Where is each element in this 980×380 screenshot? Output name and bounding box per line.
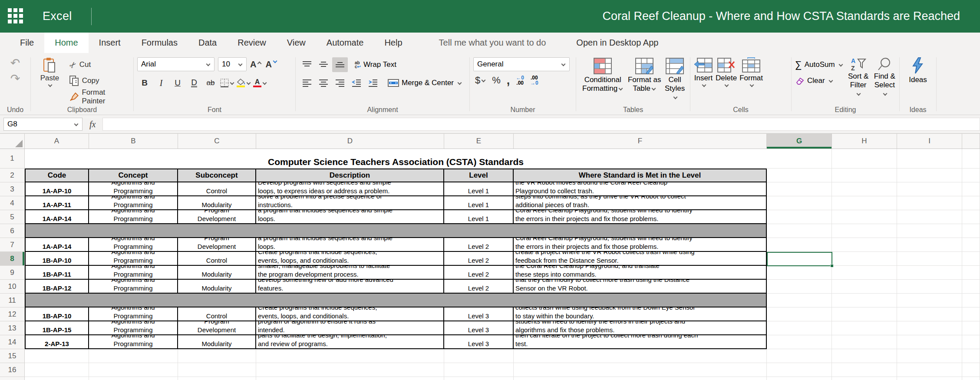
column-header-I[interactable]: I <box>897 134 962 149</box>
cell-E10[interactable]: Level 2 <box>444 280 514 294</box>
cell-J11[interactable] <box>962 294 980 307</box>
cell-B8[interactable]: Algorithms andProgramming <box>89 252 178 266</box>
tab-file[interactable]: File <box>10 33 44 53</box>
open-in-desktop-button[interactable]: Open in Desktop App <box>576 33 658 53</box>
row-header-11[interactable]: 11 <box>0 294 25 307</box>
cell-F3[interactable]: the VR Robot moves around the Coral Reef… <box>514 182 767 196</box>
align-top-button[interactable] <box>299 57 315 72</box>
row-header-9[interactable]: 9 <box>0 266 25 280</box>
separator-row-11[interactable] <box>25 294 767 307</box>
cell-J8[interactable] <box>962 252 980 266</box>
tab-view[interactable]: View <box>277 33 316 53</box>
cell-B17[interactable] <box>89 377 178 380</box>
cell-H15[interactable] <box>832 349 897 363</box>
cell-H1[interactable] <box>832 149 897 169</box>
table-header-B2[interactable]: Concept <box>89 169 178 182</box>
tab-automate[interactable]: Automate <box>316 33 374 53</box>
cell-J5[interactable] <box>962 210 980 224</box>
cell-B13[interactable]: Algorithms andProgramming <box>89 321 178 335</box>
bold-button[interactable]: B <box>137 76 152 90</box>
cell-F17[interactable] <box>514 377 767 380</box>
cell-B9[interactable]: Algorithms andProgramming <box>89 266 178 280</box>
tab-formulas[interactable]: Formulas <box>131 33 188 53</box>
cell-J7[interactable] <box>962 238 980 252</box>
cell-H11[interactable] <box>832 294 897 307</box>
row-header-8[interactable]: 8 <box>0 252 25 266</box>
column-header-H[interactable]: H <box>832 134 897 149</box>
cell-C5[interactable]: ProgramDevelopment <box>178 210 256 224</box>
cell-B15[interactable] <box>89 349 178 363</box>
cell-I6[interactable] <box>897 224 962 238</box>
cell-B5[interactable]: Algorithms andProgramming <box>89 210 178 224</box>
cell-A10[interactable]: 1B-AP-12 <box>25 280 89 294</box>
cell-G17[interactable] <box>767 377 832 380</box>
cell-E17[interactable] <box>444 377 514 380</box>
cell-styles-button[interactable]: Cell Styles <box>663 57 686 106</box>
cell-F13[interactable]: students will need to identify the error… <box>514 321 767 335</box>
cell-G6[interactable] <box>767 224 832 238</box>
borders-button[interactable] <box>220 76 234 90</box>
cell-I15[interactable] <box>897 349 962 363</box>
select-all-corner[interactable] <box>0 134 25 149</box>
cell-I12[interactable] <box>897 307 962 321</box>
decrease-decimal-button[interactable]: .00 →0 <box>530 75 538 86</box>
align-right-button[interactable] <box>332 76 348 90</box>
paste-button[interactable]: Paste <box>34 57 65 106</box>
name-box[interactable]: G8 <box>3 118 82 131</box>
merge-center-button[interactable]: Merge & Center <box>388 79 462 87</box>
cell-D14[interactable]: parts to facilitate the design, implemen… <box>256 335 444 349</box>
cell-G3[interactable] <box>767 182 832 196</box>
cell-J13[interactable] <box>962 321 980 335</box>
row-header-5[interactable]: 5 <box>0 210 25 224</box>
cell-E13[interactable]: Level 3 <box>444 321 514 335</box>
font-color-button[interactable]: A <box>253 76 267 90</box>
cell-C13[interactable]: ProgramDevelopment <box>178 321 256 335</box>
autosum-button[interactable]: ∑ AutoSum <box>795 59 843 70</box>
row-header-10[interactable]: 10 <box>0 280 25 294</box>
cell-A17[interactable] <box>25 377 89 380</box>
cell-E16[interactable] <box>444 363 514 377</box>
cell-D15[interactable] <box>256 349 444 363</box>
cell-J2[interactable] <box>962 169 980 182</box>
document-title[interactable]: Coral Reef Cleanup - Where and How CSTA … <box>603 10 960 23</box>
cell-C9[interactable]: Modularity <box>178 266 256 280</box>
cell-D17[interactable] <box>256 377 444 380</box>
cell-D3[interactable]: Develop programs with sequences and simp… <box>256 182 444 196</box>
cell-E7[interactable]: Level 2 <box>444 238 514 252</box>
cell-G15[interactable] <box>767 349 832 363</box>
cell-F9[interactable]: the Coral Reef Cleanup Playground, and t… <box>514 266 767 280</box>
row-header-17[interactable]: 17 <box>0 377 25 380</box>
insert-cells-button[interactable]: Insert <box>694 57 713 106</box>
cell-D8[interactable]: Create programs that include sequences,e… <box>256 252 444 266</box>
cell-H5[interactable] <box>832 210 897 224</box>
cell-D12[interactable]: Create programs that include sequences,e… <box>256 307 444 321</box>
cell-J14[interactable] <box>962 335 980 349</box>
cell-C16[interactable] <box>178 363 256 377</box>
cell-G8[interactable] <box>767 252 832 266</box>
cell-J16[interactable] <box>962 363 980 377</box>
copy-button[interactable]: Copy <box>69 74 130 87</box>
column-header-A[interactable]: A <box>25 134 89 149</box>
align-middle-button[interactable] <box>316 57 331 72</box>
cell-G12[interactable] <box>767 307 832 321</box>
table-header-C2[interactable]: Subconcept <box>178 169 256 182</box>
cell-H8[interactable] <box>832 252 897 266</box>
cell-G2[interactable] <box>767 169 832 182</box>
format-painter-button[interactable]: Format Painter <box>69 90 130 103</box>
app-launcher-icon[interactable] <box>8 8 24 25</box>
align-bottom-button[interactable] <box>332 57 348 72</box>
percent-button[interactable]: % <box>492 75 501 86</box>
cell-C12[interactable]: Control <box>178 307 256 321</box>
cell-J12[interactable] <box>962 307 980 321</box>
cell-E12[interactable]: Level 3 <box>444 307 514 321</box>
cell-H7[interactable] <box>832 238 897 252</box>
cell-C17[interactable] <box>178 377 256 380</box>
cell-J6[interactable] <box>962 224 980 238</box>
cell-C8[interactable]: Control <box>178 252 256 266</box>
column-header-C[interactable]: C <box>178 134 256 149</box>
cell-A9[interactable]: 1B-AP-11 <box>25 266 89 280</box>
cell-I4[interactable] <box>897 196 962 210</box>
ideas-button[interactable]: Ideas <box>909 57 927 106</box>
cell-H10[interactable] <box>832 280 897 294</box>
strikethrough-button[interactable]: ab <box>203 76 218 90</box>
